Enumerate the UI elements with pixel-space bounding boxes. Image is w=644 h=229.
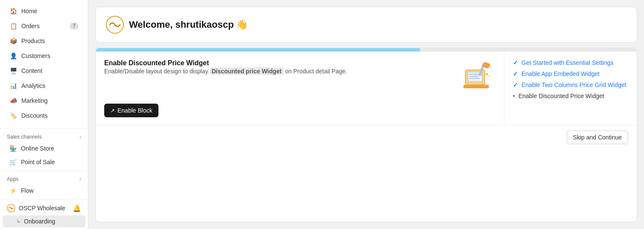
sidebar-item-online-store[interactable]: 🏪 Online Store xyxy=(3,142,85,155)
welcome-card: Welcome, shrutikaoscp 👋 xyxy=(95,7,637,43)
sidebar-item-marketing[interactable]: 📣 Marketing xyxy=(3,93,85,108)
desc-highlight: Discounted price Widget xyxy=(210,67,284,75)
expand-icon[interactable]: › xyxy=(79,134,81,140)
sidebar-item-flow[interactable]: ⚡ Flow xyxy=(3,184,85,197)
orders-icon: 📋 xyxy=(9,22,17,30)
progress-right: ✓ Get Started with Essential Settings ✓ … xyxy=(504,52,637,125)
notification-bell-icon[interactable]: 🔔 xyxy=(73,204,81,212)
flow-icon: ⚡ xyxy=(9,187,17,194)
sidebar-item-products[interactable]: 📦 Products xyxy=(3,34,85,48)
enable-btn-container: ↗ Enable Block xyxy=(104,104,495,117)
progress-bar-container xyxy=(96,48,637,52)
marketing-icon: 📣 xyxy=(9,97,17,104)
widget-illustration xyxy=(457,59,495,98)
progress-card: Enable Discounted Price Widget Enable/Di… xyxy=(95,48,637,222)
main-content: Welcome, shrutikaoscp 👋 Enable Discounte… xyxy=(88,0,644,229)
orders-badge: 7 xyxy=(70,23,79,29)
sidebar-nav: 🏠 Home 📋 Orders 7 📦 Products 👤 Customers… xyxy=(0,0,88,127)
analytics-icon: 📊 xyxy=(9,82,17,90)
progress-left: Enable Discounted Price Widget Enable/Di… xyxy=(96,52,504,125)
sales-channels-section: Sales channels › xyxy=(0,130,88,142)
enable-block-button[interactable]: ↗ Enable Block xyxy=(104,104,158,117)
divider-2 xyxy=(0,171,88,171)
desc-after: on Product detail Page. xyxy=(284,68,347,75)
progress-footer: Skip and Continue xyxy=(96,125,637,149)
svg-point-11 xyxy=(489,75,490,77)
svg-point-10 xyxy=(486,73,488,75)
content-icon: 🖥️ xyxy=(9,67,17,75)
onboarding-arrow-icon: ↳ xyxy=(16,218,20,224)
sidebar-item-customers[interactable]: 👤 Customers xyxy=(3,49,85,63)
sidebar: 🏠 Home 📋 Orders 7 📦 Products 👤 Customers… xyxy=(0,0,88,229)
customers-icon: 👤 xyxy=(9,52,17,60)
sidebar-item-discounts[interactable]: 🏷️ Discounts xyxy=(3,108,85,123)
sidebar-item-orders[interactable]: 📋 Orders 7 xyxy=(3,19,85,33)
check-icon-two-columns: ✓ xyxy=(513,81,518,88)
online-store-icon: 🏪 xyxy=(9,145,17,152)
bullet-icon-discounted: • xyxy=(513,93,515,99)
osc-logo-icon xyxy=(7,204,15,212)
welcome-logo xyxy=(106,16,124,34)
divider-1 xyxy=(0,128,88,129)
checklist-item-essential[interactable]: ✓ Get Started with Essential Settings xyxy=(513,59,628,66)
discounts-icon: 🏷️ xyxy=(9,112,17,119)
sidebar-item-onboarding[interactable]: ↳ Onboarding xyxy=(3,215,85,227)
home-icon: 🏠 xyxy=(9,7,17,15)
svg-rect-2 xyxy=(463,85,489,88)
checklist-item-two-columns[interactable]: ✓ Enable Two Columns Price Grid Widget xyxy=(513,81,628,88)
skip-continue-button[interactable]: Skip and Continue xyxy=(567,130,628,144)
progress-bar-fill xyxy=(96,48,420,52)
sidebar-item-content[interactable]: 🖥️ Content xyxy=(3,64,85,78)
widget-title: Enable Discounted Price Widget xyxy=(104,59,347,67)
welcome-text: Welcome, shrutikaoscp 👋 xyxy=(129,19,248,30)
check-icon-embedded: ✓ xyxy=(513,70,518,77)
desc-before: Enable/Disable layout design to display xyxy=(104,68,210,75)
apps-expand-icon[interactable]: › xyxy=(79,176,81,182)
pos-icon: 🛒 xyxy=(9,159,17,165)
app-row: OSCP Wholesale 🔔 xyxy=(0,201,88,215)
sidebar-item-home[interactable]: 🏠 Home xyxy=(3,4,85,18)
products-icon: 📦 xyxy=(9,37,17,45)
check-icon-essential: ✓ xyxy=(513,59,518,66)
widget-desc: Enable/Disable layout design to display … xyxy=(104,67,347,76)
divider-3 xyxy=(0,199,88,200)
apps-section: Apps › xyxy=(0,173,88,184)
checklist-item-embedded[interactable]: ✓ Enable App Embeded Widget xyxy=(513,70,628,77)
svg-point-13 xyxy=(491,70,493,72)
progress-content: Enable Discounted Price Widget Enable/Di… xyxy=(96,52,637,125)
sidebar-item-analytics[interactable]: 📊 Analytics xyxy=(3,78,85,93)
widget-info: Enable Discounted Price Widget Enable/Di… xyxy=(104,59,347,76)
external-link-icon: ↗ xyxy=(110,107,115,114)
app-name-label: OSCP Wholesale xyxy=(19,205,65,212)
widget-top: Enable Discounted Price Widget Enable/Di… xyxy=(104,59,495,98)
sidebar-item-point-of-sale[interactable]: 🛒 Point of Sale xyxy=(3,156,85,168)
svg-point-12 xyxy=(489,66,492,70)
checklist-item-discounted[interactable]: • Enable Discounted Price Widget xyxy=(513,93,628,99)
